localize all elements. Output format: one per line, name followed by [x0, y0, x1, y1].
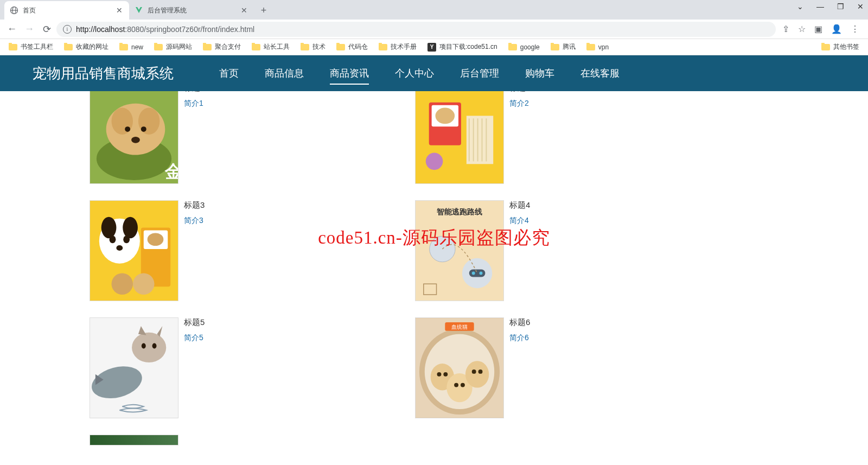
url-input[interactable]: i http://localhost:8080/springboot7z60r/…: [56, 22, 776, 37]
bookmark-item[interactable]: 聚合支付: [199, 40, 245, 54]
close-icon[interactable]: ✕: [240, 6, 248, 15]
product-title: 标题5: [184, 317, 205, 328]
svg-point-62: [478, 370, 483, 374]
star-icon[interactable]: ☆: [798, 24, 806, 34]
folder-icon: [9, 44, 17, 50]
bookmark-item[interactable]: 代码仓: [332, 40, 372, 54]
svg-point-32: [148, 233, 164, 246]
svg-point-56: [465, 361, 489, 387]
product-title: 标题6: [509, 317, 530, 328]
product-subtitle: 简介1: [184, 99, 205, 109]
bookmark-item[interactable]: 站长工具: [247, 40, 294, 54]
svg-point-34: [133, 273, 155, 295]
svg-rect-40: [469, 270, 486, 277]
product-subtitle: 简介4: [509, 216, 530, 226]
vue-icon: [135, 6, 143, 15]
svg-point-60: [461, 383, 465, 387]
profile-icon[interactable]: 👤: [831, 24, 842, 34]
product-card[interactable]: 标题3 简介3: [90, 200, 415, 301]
product-image: 金: [90, 91, 178, 184]
product-image: [90, 435, 178, 445]
share-icon[interactable]: ⇪: [782, 24, 789, 34]
extensions-icon[interactable]: ▣: [814, 24, 822, 34]
site-info-icon[interactable]: i: [63, 25, 72, 34]
url-text: http://localhost:8080/springboot7z60r/fr…: [76, 25, 254, 34]
folder-icon: [336, 44, 345, 50]
menu-icon[interactable]: ⋮: [851, 24, 859, 34]
folder-icon: [64, 44, 73, 50]
bookmark-item[interactable]: 腾讯: [546, 40, 580, 54]
svg-point-46: [142, 343, 146, 349]
product-image: [415, 91, 504, 184]
product-card[interactable]: 智能逃跑路线 标题4 简介4: [415, 200, 741, 301]
site-icon: Y: [427, 43, 436, 52]
maximize-icon[interactable]: ❐: [837, 2, 844, 11]
svg-point-9: [141, 126, 146, 132]
product-subtitle: 简介5: [184, 333, 205, 343]
svg-point-28: [123, 235, 130, 243]
folder-icon: [821, 44, 830, 50]
product-title: 标题3: [184, 200, 205, 211]
bookmark-item[interactable]: new: [115, 41, 148, 53]
forward-button[interactable]: →: [22, 22, 37, 37]
svg-point-22: [426, 153, 443, 170]
bookmark-item[interactable]: vpn: [582, 41, 613, 53]
page-content: 金 标题1 简介1 标题2 简介2 标题3 简介3: [0, 91, 868, 460]
bookmark-overflow[interactable]: 其他书签: [817, 40, 864, 54]
svg-point-57: [437, 372, 442, 377]
nav-link-admin[interactable]: 后台管理: [447, 55, 512, 91]
back-button[interactable]: ←: [4, 22, 20, 37]
svg-point-8: [125, 126, 130, 132]
site-navbar: 宠物用品销售商城系统 首页 商品信息 商品资讯 个人中心 后台管理 购物车 在线…: [0, 55, 868, 91]
product-card[interactable]: 标题2 简介2: [415, 91, 741, 184]
bookmark-item[interactable]: 收藏的网址: [60, 40, 113, 54]
tab-title: 后台管理系统: [148, 6, 235, 15]
nav-link-support[interactable]: 在线客服: [567, 55, 633, 91]
nav-link-home[interactable]: 首页: [206, 55, 252, 91]
folder-icon: [301, 44, 309, 50]
svg-point-59: [454, 383, 458, 387]
close-window-icon[interactable]: ✕: [857, 2, 864, 11]
nav-link-cart[interactable]: 购物车: [512, 55, 567, 91]
bookmark-item[interactable]: 技术: [296, 40, 330, 54]
product-card[interactable]: [90, 435, 415, 445]
svg-rect-16: [467, 116, 493, 164]
folder-icon: [154, 44, 163, 50]
bookmark-item[interactable]: Y项目下载:code51.cn: [423, 40, 502, 54]
svg-text:智能逃跑路线: 智能逃跑路线: [436, 207, 482, 216]
svg-point-10: [131, 137, 140, 143]
product-card[interactable]: 金 标题1 简介1: [90, 91, 415, 184]
bookmark-item[interactable]: google: [504, 41, 544, 53]
svg-point-27: [110, 235, 116, 243]
browser-tab-admin[interactable]: 后台管理系统 ✕: [129, 1, 254, 20]
svg-point-45: [132, 333, 166, 362]
product-grid: 金 标题1 简介1 标题2 简介2 标题3 简介3: [90, 91, 741, 460]
reload-button[interactable]: ⟳: [39, 22, 54, 37]
dropdown-icon[interactable]: ⌄: [797, 2, 803, 11]
folder-icon: [551, 44, 559, 50]
new-tab-button[interactable]: +: [256, 3, 271, 18]
product-card[interactable]: 血统猫 标题6 简介6: [415, 317, 741, 418]
svg-point-58: [443, 372, 448, 377]
bookmark-item[interactable]: 技术手册: [374, 40, 421, 54]
browser-tab-home[interactable]: 首页 ✕: [4, 1, 129, 20]
svg-point-47: [152, 343, 157, 349]
browser-tab-bar: 首页 ✕ 后台管理系统 ✕ + ⌄ — ❐ ✕: [0, 0, 868, 20]
product-image: 血统猫: [415, 317, 504, 418]
svg-point-33: [112, 273, 133, 295]
product-image: [90, 317, 178, 418]
svg-point-41: [472, 272, 475, 275]
nav-link-profile[interactable]: 个人中心: [382, 55, 447, 91]
product-card[interactable]: 标题5 简介5: [90, 317, 415, 418]
product-title: 标题4: [509, 200, 530, 211]
nav-link-products[interactable]: 商品信息: [252, 55, 317, 91]
product-subtitle: 简介6: [509, 333, 530, 343]
minimize-icon[interactable]: —: [816, 2, 824, 11]
bookmark-item[interactable]: 书签工具栏: [4, 40, 58, 54]
product-image: 智能逃跑路线: [415, 200, 504, 301]
close-icon[interactable]: ✕: [115, 6, 124, 15]
product-subtitle: 简介2: [509, 99, 530, 109]
bookmark-item[interactable]: 源码网站: [150, 40, 196, 54]
nav-link-news[interactable]: 商品资讯: [317, 55, 382, 91]
folder-icon: [379, 44, 387, 50]
